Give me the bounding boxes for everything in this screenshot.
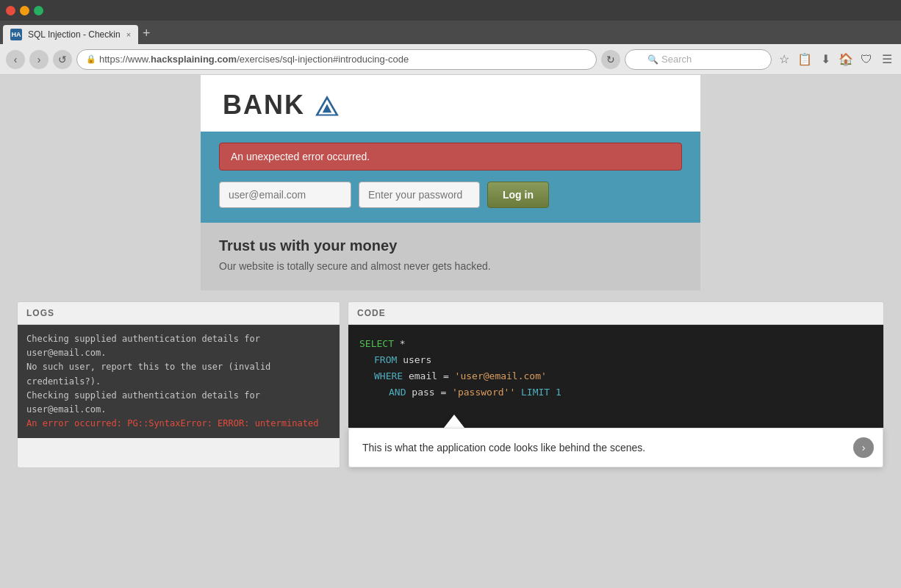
- bookmark-icon[interactable]: ☆: [776, 51, 792, 68]
- login-button[interactable]: Log in: [487, 182, 549, 208]
- log-line: No such user, report this to the user (i…: [26, 360, 331, 374]
- password-input[interactable]: [359, 182, 480, 208]
- log-line: credentials?).: [26, 375, 331, 389]
- code-text: *: [400, 338, 406, 349]
- code-content: SELECT * FROM users WHERE email = 'user@…: [348, 325, 883, 428]
- code-line-2: FROM users: [359, 352, 872, 368]
- code-text: pass =: [412, 387, 452, 398]
- log-line: Checking supplied authentication details…: [26, 332, 331, 346]
- bank-trust-section: Trust us with your money Our website is …: [201, 223, 700, 290]
- search-box[interactable]: 🔍 Search: [625, 49, 772, 70]
- page-content: BANK An unexpected error occurred. Log i…: [0, 75, 901, 588]
- keyword-select: SELECT: [359, 338, 394, 349]
- tooltip-wrapper: This is what the application code looks …: [348, 428, 883, 467]
- download-icon[interactable]: ⬇: [817, 51, 833, 68]
- login-form: Log in: [219, 182, 682, 208]
- keyword-limit: LIMIT 1: [521, 387, 561, 398]
- code-text: users: [403, 354, 431, 365]
- address-bar[interactable]: 🔒 https://www.hacksplaining.com/exercise…: [76, 49, 597, 70]
- log-line: user@email.com.: [26, 346, 331, 360]
- close-button[interactable]: [6, 6, 15, 15]
- tab-bar: HA SQL Injection - Checkin × +: [0, 21, 901, 44]
- code-text: email =: [409, 370, 455, 381]
- bank-name: BANK: [223, 90, 305, 121]
- log-error-line: An error occurred: PG::SyntaxError: ERRO…: [26, 417, 331, 431]
- home-icon[interactable]: 🏠: [838, 51, 854, 68]
- tooltip-box: This is what the application code looks …: [348, 428, 883, 467]
- new-tab-button[interactable]: +: [143, 26, 151, 44]
- log-line: Checking supplied authentication details…: [26, 389, 331, 403]
- logs-header: LOGS: [18, 302, 340, 325]
- search-placeholder: Search: [661, 54, 692, 65]
- email-input[interactable]: [219, 182, 351, 208]
- code-value-pass: 'password'': [452, 387, 515, 398]
- tooltip-text: This is what the application code looks …: [362, 442, 645, 453]
- code-line-3: WHERE email = 'user@email.com': [359, 368, 872, 384]
- back-button[interactable]: ‹: [6, 50, 25, 69]
- maximize-button[interactable]: [34, 6, 43, 15]
- reload-button[interactable]: ↻: [601, 50, 620, 69]
- panels-area: LOGS Checking supplied authentication de…: [17, 301, 884, 468]
- bank-logo: [312, 93, 342, 118]
- error-banner: An unexpected error occurred.: [219, 143, 682, 171]
- chevron-right-icon: ›: [862, 442, 866, 453]
- trust-title: Trust us with your money: [219, 237, 682, 254]
- menu-icon[interactable]: ☰: [879, 51, 895, 68]
- bank-app: BANK An unexpected error occurred. Log i…: [201, 75, 700, 290]
- logs-panel: LOGS Checking supplied authentication de…: [17, 301, 340, 468]
- address-text: https://www.hacksplaining.com/exercises/…: [99, 54, 409, 65]
- tab-favicon: HA: [10, 29, 22, 40]
- title-bar: [0, 0, 901, 21]
- bank-header: BANK: [201, 75, 700, 132]
- reader-icon[interactable]: 📋: [797, 51, 813, 68]
- tab-close-button[interactable]: ×: [126, 30, 131, 39]
- shield-icon[interactable]: 🛡: [858, 51, 875, 68]
- keyword-from: FROM: [374, 354, 397, 365]
- tooltip-next-button[interactable]: ›: [853, 437, 874, 458]
- lock-icon: 🔒: [86, 54, 96, 64]
- tooltip-arrow: [444, 415, 464, 428]
- search-icon: 🔍: [647, 54, 658, 65]
- nav-bar: ‹ › ↺ 🔒 https://www.hacksplaining.com/ex…: [0, 44, 901, 75]
- bank-login-section: An unexpected error occurred. Log in: [201, 132, 700, 223]
- code-panel: CODE SELECT * FROM users WHERE email = '…: [348, 301, 884, 468]
- log-line: user@email.com.: [26, 403, 331, 417]
- refresh-button[interactable]: ↺: [53, 50, 72, 69]
- code-header: CODE: [348, 302, 883, 325]
- forward-button[interactable]: ›: [29, 50, 49, 69]
- browser-tab[interactable]: HA SQL Injection - Checkin ×: [3, 25, 138, 44]
- logs-content: Checking supplied authentication details…: [18, 325, 340, 438]
- minimize-button[interactable]: [20, 6, 29, 15]
- tab-label: SQL Injection - Checkin: [28, 29, 121, 40]
- trust-text: Our website is totally secure and almost…: [219, 260, 682, 272]
- code-value-email: 'user@email.com': [455, 370, 547, 381]
- code-line-1: SELECT *: [359, 336, 872, 352]
- keyword-where: WHERE: [374, 370, 403, 381]
- keyword-and: AND: [389, 387, 406, 398]
- code-line-4: AND pass = 'password'' LIMIT 1: [359, 384, 872, 401]
